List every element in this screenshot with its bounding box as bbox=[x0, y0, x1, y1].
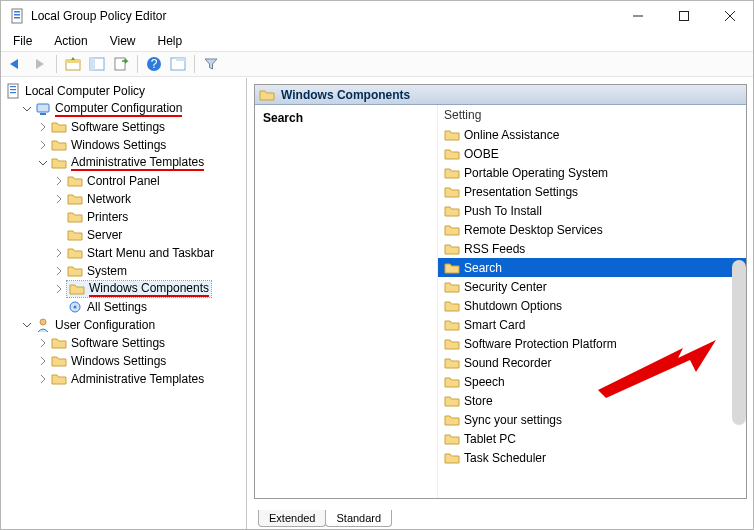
tab-extended[interactable]: Extended bbox=[258, 510, 326, 527]
list-item-label: Sound Recorder bbox=[464, 356, 551, 370]
list-item[interactable]: OOBE bbox=[438, 144, 746, 163]
chevron-right-icon[interactable] bbox=[53, 175, 65, 187]
tree-label: Windows Settings bbox=[71, 354, 166, 368]
list-item-label: Security Center bbox=[464, 280, 547, 294]
svg-rect-18 bbox=[176, 58, 185, 61]
list-item[interactable]: Speech bbox=[438, 372, 746, 391]
folder-icon bbox=[444, 298, 460, 314]
up-button[interactable] bbox=[62, 53, 84, 75]
folder-icon bbox=[51, 137, 67, 153]
tree-at-sys[interactable]: System bbox=[53, 262, 244, 280]
folder-icon bbox=[444, 393, 460, 409]
chevron-right-icon[interactable] bbox=[53, 283, 65, 295]
tree-pane[interactable]: Local Computer Policy Computer Configura… bbox=[1, 78, 247, 529]
settings-icon bbox=[67, 299, 83, 315]
column-header-setting[interactable]: Setting bbox=[438, 105, 746, 125]
folder-icon bbox=[444, 374, 460, 390]
chevron-right-icon[interactable] bbox=[37, 373, 49, 385]
chevron-right-icon[interactable] bbox=[53, 265, 65, 277]
svg-rect-11 bbox=[66, 60, 80, 63]
list-item[interactable]: Shutdown Options bbox=[438, 296, 746, 315]
folder-icon bbox=[444, 184, 460, 200]
tab-standard[interactable]: Standard bbox=[325, 510, 392, 527]
folder-icon bbox=[51, 119, 67, 135]
settings-list[interactable]: Online AssistanceOOBEPortable Operating … bbox=[438, 125, 746, 498]
list-item[interactable]: Task Scheduler bbox=[438, 448, 746, 467]
list-item[interactable]: Tablet PC bbox=[438, 429, 746, 448]
chevron-right-icon[interactable] bbox=[37, 139, 49, 151]
tree-at-srv[interactable]: Server bbox=[53, 226, 244, 244]
list-item[interactable]: Presentation Settings bbox=[438, 182, 746, 201]
chevron-down-icon[interactable] bbox=[21, 319, 33, 331]
folder-icon bbox=[69, 281, 85, 297]
tree-at-net[interactable]: Network bbox=[53, 190, 244, 208]
tree-cc-ss[interactable]: Software Settings bbox=[37, 118, 244, 136]
chevron-right-icon[interactable] bbox=[37, 337, 49, 349]
list-item[interactable]: Sound Recorder bbox=[438, 353, 746, 372]
menu-view[interactable]: View bbox=[102, 33, 144, 49]
chevron-down-icon[interactable] bbox=[37, 157, 49, 169]
export-button[interactable] bbox=[110, 53, 132, 75]
folder-icon bbox=[444, 146, 460, 162]
maximize-button[interactable] bbox=[661, 1, 707, 31]
list-item[interactable]: Search bbox=[438, 258, 746, 277]
toolbar-separator bbox=[56, 55, 57, 73]
tree-uc-ws[interactable]: Windows Settings bbox=[37, 352, 244, 370]
close-button[interactable] bbox=[707, 1, 753, 31]
tree-root[interactable]: Local Computer Policy bbox=[5, 82, 244, 100]
forward-button[interactable] bbox=[29, 53, 51, 75]
tree-uc-at[interactable]: Administrative Templates bbox=[37, 370, 244, 388]
tree-cc-ws[interactable]: Windows Settings bbox=[37, 136, 244, 154]
tree-cc[interactable]: Computer Configuration bbox=[21, 100, 244, 118]
svg-rect-13 bbox=[90, 58, 95, 70]
tree-at-wc[interactable]: Windows Components bbox=[53, 280, 244, 298]
chevron-right-icon[interactable] bbox=[53, 193, 65, 205]
tree-at-cp[interactable]: Control Panel bbox=[53, 172, 244, 190]
back-button[interactable] bbox=[5, 53, 27, 75]
list-item[interactable]: Sync your settings bbox=[438, 410, 746, 429]
scrollbar-thumb[interactable] bbox=[732, 260, 746, 425]
chevron-down-icon[interactable] bbox=[21, 103, 33, 115]
list-item[interactable]: Push To Install bbox=[438, 201, 746, 220]
list-item[interactable]: Security Center bbox=[438, 277, 746, 296]
options-button[interactable] bbox=[167, 53, 189, 75]
chevron-right-icon[interactable] bbox=[37, 355, 49, 367]
menu-help[interactable]: Help bbox=[150, 33, 191, 49]
list-item[interactable]: Smart Card bbox=[438, 315, 746, 334]
tree-label: User Configuration bbox=[55, 318, 155, 332]
chevron-right-icon[interactable] bbox=[37, 121, 49, 133]
folder-icon bbox=[67, 245, 83, 261]
tree-cc-at[interactable]: Administrative Templates bbox=[37, 154, 244, 172]
tree-uc-ss[interactable]: Software Settings bbox=[37, 334, 244, 352]
tree-label: Network bbox=[87, 192, 131, 206]
folder-icon bbox=[51, 371, 67, 387]
list-item-label: Push To Install bbox=[464, 204, 542, 218]
folder-icon bbox=[51, 335, 67, 351]
tree-at-prn[interactable]: Printers bbox=[53, 208, 244, 226]
list-item[interactable]: Store bbox=[438, 391, 746, 410]
list-item[interactable]: RSS Feeds bbox=[438, 239, 746, 258]
chevron-right-icon[interactable] bbox=[53, 247, 65, 259]
list-item-label: Online Assistance bbox=[464, 128, 559, 142]
folder-icon bbox=[51, 353, 67, 369]
detail-description: Search bbox=[255, 105, 437, 498]
svg-rect-20 bbox=[10, 86, 16, 87]
menu-action[interactable]: Action bbox=[46, 33, 95, 49]
folder-icon bbox=[67, 263, 83, 279]
tree-label: Software Settings bbox=[71, 336, 165, 350]
list-item[interactable]: Software Protection Platform bbox=[438, 334, 746, 353]
list-item[interactable]: Remote Desktop Services bbox=[438, 220, 746, 239]
tree-at-as[interactable]: All Settings bbox=[53, 298, 244, 316]
minimize-button[interactable] bbox=[615, 1, 661, 31]
policy-icon bbox=[5, 83, 21, 99]
tree-uc[interactable]: User Configuration bbox=[21, 316, 244, 334]
filter-button[interactable] bbox=[200, 53, 222, 75]
list-item[interactable]: Portable Operating System bbox=[438, 163, 746, 182]
list-item[interactable]: Online Assistance bbox=[438, 125, 746, 144]
folder-icon bbox=[444, 279, 460, 295]
show-hide-tree-button[interactable] bbox=[86, 53, 108, 75]
folder-icon bbox=[259, 87, 275, 103]
help-button[interactable]: ? bbox=[143, 53, 165, 75]
tree-at-smt[interactable]: Start Menu and Taskbar bbox=[53, 244, 244, 262]
menu-file[interactable]: File bbox=[5, 33, 40, 49]
